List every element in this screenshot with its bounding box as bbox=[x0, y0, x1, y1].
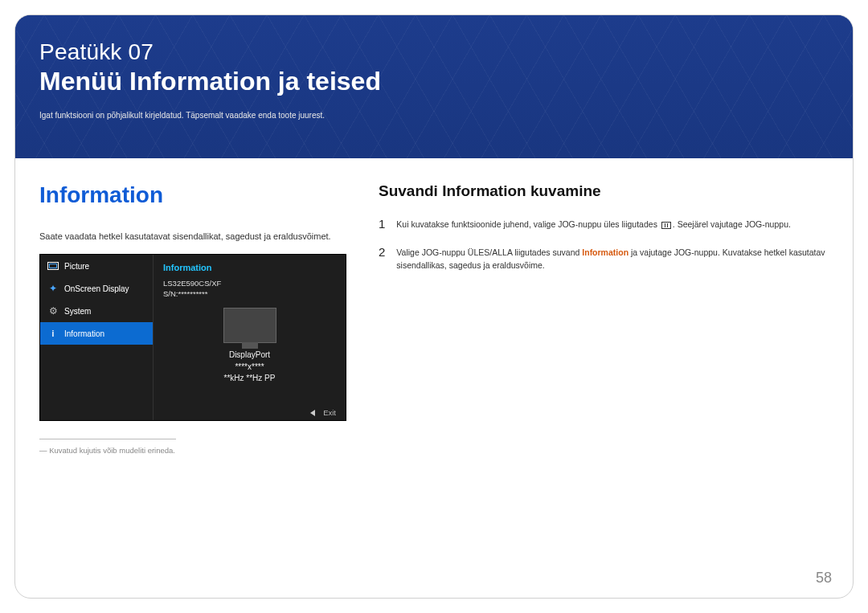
chapter-subtitle: Igat funktsiooni on põhjalikult kirjelda… bbox=[39, 111, 829, 120]
sub-heading-displaying-information: Suvandi Information kuvamine bbox=[379, 182, 829, 200]
info-icon: i bbox=[47, 327, 59, 340]
osd-menu-information: i Information bbox=[40, 322, 153, 345]
chapter-title: Menüü Information ja teised bbox=[39, 67, 829, 96]
step-text-post: . Seejärel vajutage JOG-nuppu. bbox=[673, 219, 791, 229]
osd-menu-label: Information bbox=[64, 329, 104, 338]
step-2: 2 Valige JOG-nuppu ÜLES/ALLA liigutades … bbox=[379, 246, 829, 272]
osd-resolution: ****x**** bbox=[235, 362, 264, 371]
step-text-pre: Valige JOG-nuppu ÜLES/ALLA liigutades su… bbox=[396, 247, 582, 257]
page-number: 58 bbox=[816, 570, 832, 586]
osd-serial-number: S/N:********** bbox=[163, 289, 207, 298]
monitor-icon bbox=[47, 260, 59, 272]
osd-menu: Picture ✦ OnScreen Display ⚙ System i In… bbox=[40, 255, 153, 420]
step-number: 1 bbox=[379, 218, 385, 231]
jog-menu-icon bbox=[661, 222, 671, 229]
content-area: Information Saate vaadata hetkel kasutat… bbox=[15, 158, 853, 479]
monitor-graphic-icon bbox=[223, 308, 276, 343]
left-arrow-icon bbox=[310, 410, 315, 416]
step-1: 1 Kui kuvatakse funktsioonide juhend, va… bbox=[379, 218, 829, 231]
osd-menu-label: Picture bbox=[64, 262, 89, 271]
osd-signal-info: DisplayPort ****x**** **kHz **Hz PP bbox=[163, 349, 336, 385]
osd-footer: Exit bbox=[163, 405, 336, 417]
step-text: Valige JOG-nuppu ÜLES/ALLA liigutades su… bbox=[396, 246, 829, 272]
footnote-divider bbox=[39, 439, 176, 439]
footnote-text: ― Kuvatud kujutis võib mudeliti erineda. bbox=[39, 446, 346, 455]
chapter-label: Peatükk 07 bbox=[39, 39, 829, 65]
osd-menu-label: System bbox=[64, 307, 91, 316]
osd-frequency: **kHz **Hz PP bbox=[224, 374, 276, 382]
right-column: Suvandi Information kuvamine 1 Kui kuvat… bbox=[379, 182, 829, 455]
chapter-header: Peatükk 07 Menüü Information ja teised I… bbox=[15, 15, 853, 158]
page-frame: Peatükk 07 Menüü Information ja teised I… bbox=[14, 14, 854, 599]
gear-icon: ⚙ bbox=[47, 304, 59, 317]
section-heading-information: Information bbox=[39, 182, 346, 208]
osd-menu-onscreen-display: ✦ OnScreen Display bbox=[40, 277, 153, 300]
left-column: Information Saate vaadata hetkel kasutat… bbox=[39, 182, 346, 455]
intro-text: Saate vaadata hetkel kasutatavat sisenda… bbox=[39, 231, 346, 243]
osd-exit-label: Exit bbox=[323, 408, 336, 417]
step-text-pre: Kui kuvatakse funktsioonide juhend, vali… bbox=[396, 219, 659, 229]
osd-model-info: LS32E590CS/XF S/N:********** bbox=[163, 279, 336, 300]
osd-screenshot: Picture ✦ OnScreen Display ⚙ System i In… bbox=[39, 254, 346, 421]
osd-panel-title: Information bbox=[163, 263, 336, 272]
step-number: 2 bbox=[379, 246, 385, 272]
target-icon: ✦ bbox=[47, 282, 59, 295]
step-text: Kui kuvatakse funktsioonide juhend, vali… bbox=[396, 218, 791, 231]
osd-menu-system: ⚙ System bbox=[40, 300, 153, 322]
osd-menu-picture: Picture bbox=[40, 255, 153, 277]
osd-port: DisplayPort bbox=[229, 350, 270, 359]
osd-panel: Information LS32E590CS/XF S/N:**********… bbox=[153, 255, 346, 420]
step-text-accent: Information bbox=[582, 247, 628, 257]
osd-menu-label: OnScreen Display bbox=[64, 284, 129, 293]
osd-model-number: LS32E590CS/XF bbox=[163, 279, 221, 288]
